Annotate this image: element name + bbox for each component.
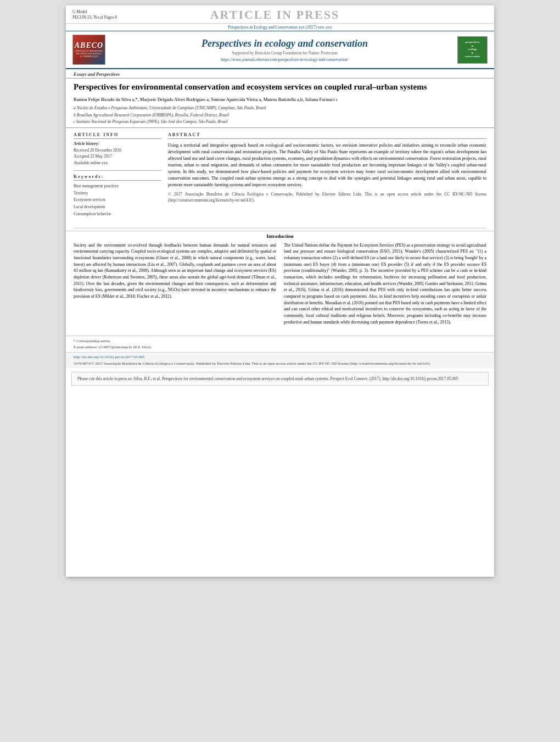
top-banner: G Model PECON-21; No.of Pages 8 ARTICLE … — [66, 5, 494, 24]
section-type: Essays and Perspectives — [66, 69, 494, 79]
history-label: Article history: — [74, 141, 161, 146]
body-left-col: Society and the environment co-evolved t… — [74, 242, 276, 328]
article-title: Perspectives for environmental conservat… — [74, 82, 486, 93]
intro-heading: Introduction — [74, 233, 486, 239]
body-area: Introduction Society and the environment… — [66, 231, 494, 332]
citation-box: Please cite this article in press as: Si… — [71, 372, 489, 386]
article-info-col: ARTICLE INFO Article history: Received 2… — [74, 132, 161, 222]
abstract-text: Using a territorial and integrative appr… — [168, 142, 486, 188]
abeco-letters: ABECO — [75, 41, 103, 50]
g-model-info: G Model PECON-21; No.of Pages 8 — [72, 9, 117, 21]
journal-center: Perspectives in ecology and conservation… — [112, 38, 457, 62]
abstract-title: ABSTRACT — [168, 132, 486, 139]
divider — [74, 228, 486, 228]
email-note: E-mail address: r114857@unicamp.br (R.F.… — [74, 344, 486, 350]
affiliations: a Núcleo de Estudos e Pesquisas Ambienta… — [74, 105, 486, 125]
abeco-subtext: ASSOCIAÇÃO BRASILEIRADE CIÊNCIA ECOLÓGIC… — [75, 50, 103, 58]
affil-b: b Brazilian Agricultural Research Corpor… — [74, 112, 486, 118]
keyword-3: Ecosystem services — [74, 197, 161, 204]
available-date: Available online xxx — [74, 160, 161, 166]
journal-title: Perspectives in ecology and conservation — [112, 38, 457, 49]
footnote-area: * Corresponding author. E-mail address: … — [66, 336, 494, 352]
authors: Ramon Felipe Bicudo da Silva a,*, Marjor… — [74, 96, 486, 103]
accepted-date: Accepted 25 May 2017 — [74, 153, 161, 159]
main-content: ARTICLE INFO Article history: Received 2… — [66, 127, 494, 226]
abeco-logo: ABECO ASSOCIAÇÃO BRASILEIRADE CIÊNCIA EC… — [72, 35, 105, 65]
doi-link[interactable]: http://dx.doi.org/10.1016/j.pecon.2017.0… — [74, 354, 486, 360]
keyword-2: Territory — [74, 190, 161, 197]
eco-text: perspectivesinecology&conservation — [465, 41, 480, 59]
keyword-4: Local development — [74, 204, 161, 211]
body-two-col: Society and the environment co-evolved t… — [74, 242, 486, 328]
keyword-1: Best management practices — [74, 183, 161, 190]
journal-subtitle: Supported by Boticário Group Foundation … — [112, 51, 457, 55]
body-right-col: The United Nations define the Payment fo… — [284, 242, 486, 328]
article-info-section: ARTICLE INFO Article history: Received 2… — [74, 132, 161, 166]
journal-header: ABECO ASSOCIAÇÃO BRASILEIRADE CIÊNCIA EC… — [66, 31, 494, 69]
issn-text: 1679-0073/© 2017 Associação Brasileira d… — [74, 361, 486, 367]
abstract-col: ABSTRACT Using a territorial and integra… — [168, 132, 486, 222]
intro-para-right: The United Nations define the Payment fo… — [284, 242, 486, 326]
journal-ref-line: Perspectives in Ecology and Conservation… — [66, 24, 494, 31]
keywords-list: Best management practices Territory Ecos… — [74, 183, 161, 218]
affil-c: c Instituto Nacional de Pesquisas Espaci… — [74, 119, 486, 125]
keywords-label: Keywords: — [74, 174, 161, 181]
keywords-section: Keywords: Best management practices Terr… — [74, 174, 161, 218]
keyword-5: Consumption behavior — [74, 211, 161, 218]
intro-para-left: Society and the environment co-evolved t… — [74, 242, 276, 300]
received-date: Received 20 December 2016 — [74, 147, 161, 153]
page: G Model PECON-21; No.of Pages 8 ARTICLE … — [66, 5, 494, 577]
journal-url[interactable]: https://www.journals.elsevier.com/perspe… — [112, 57, 457, 62]
article-in-press-banner: ARTICLE IN PRESS — [117, 8, 433, 22]
affil-a: a Núcleo de Estudos e Pesquisas Ambienta… — [74, 105, 486, 111]
doi-bar: http://dx.doi.org/10.1016/j.pecon.2017.0… — [66, 352, 494, 368]
article-title-area: Perspectives for environmental conservat… — [66, 79, 494, 127]
copyright-text: © 2017 Associação Brasileira de Ciência … — [168, 192, 486, 203]
corresponding-note: * Corresponding author. E-mail address: … — [74, 338, 486, 350]
ecology-logo: perspectivesinecology&conservation — [457, 36, 488, 64]
article-info-title: ARTICLE INFO — [74, 132, 161, 139]
